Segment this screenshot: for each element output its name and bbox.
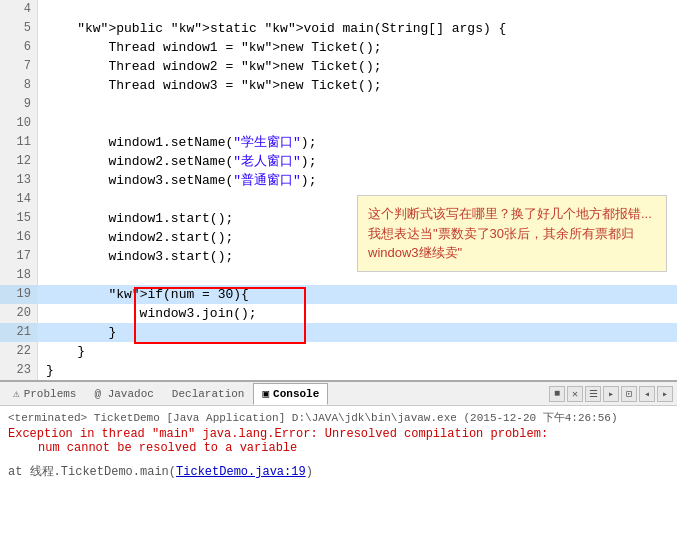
line-number-18: 18 xyxy=(0,266,37,285)
line-number-12: 12 xyxy=(0,152,37,171)
line-number-9: 9 xyxy=(0,95,37,114)
tab-icon-0: ⚠ xyxy=(13,387,20,400)
console-stack-link[interactable]: TicketDemo.java:19 xyxy=(176,465,306,479)
console-error-line2: num cannot be resolved to a variable xyxy=(8,441,669,455)
callout-bubble: 这个判断式该写在哪里？换了好几个地方都报错...我想表达当"票数卖了30张后，其… xyxy=(357,195,667,272)
expand-btn[interactable]: ✕ xyxy=(567,386,583,402)
tab-label-3: Console xyxy=(273,388,319,400)
code-line-9 xyxy=(38,95,677,114)
line-number-23: 23 xyxy=(0,361,37,380)
console-stack-suffix: ) xyxy=(306,465,313,479)
line-number-6: 6 xyxy=(0,38,37,57)
tab-label-2: Declaration xyxy=(172,388,245,400)
tab-bar: ⚠Problems@ JavadocDeclaration▣Console ■ … xyxy=(0,382,677,406)
line-number-22: 22 xyxy=(0,342,37,361)
pin-btn[interactable]: ☰ xyxy=(585,386,601,402)
code-line-20: window3.join(); xyxy=(38,304,677,323)
line-number-13: 13 xyxy=(0,171,37,190)
tab-icon-3: ▣ xyxy=(262,387,269,400)
console-body: <terminated> TicketDemo [Java Applicatio… xyxy=(0,406,677,545)
line-number-14: 14 xyxy=(0,190,37,209)
callout-text: 这个判断式该写在哪里？换了好几个地方都报错...我想表达当"票数卖了30张后，其… xyxy=(368,206,652,260)
tab-label-1: @ Javadoc xyxy=(94,388,153,400)
code-line-13: window3.setName("普通窗口"); xyxy=(38,171,677,190)
bottom-panel: ⚠Problems@ JavadocDeclaration▣Console ■ … xyxy=(0,380,677,545)
console-terminated: <terminated> TicketDemo [Java Applicatio… xyxy=(8,410,669,425)
editor-area: 45678910111213141516171819202122232425 "… xyxy=(0,0,677,380)
minimize-btn[interactable]: ■ xyxy=(549,386,565,402)
code-line-4 xyxy=(38,0,677,19)
tab-label-0: Problems xyxy=(24,388,77,400)
code-line-23: } xyxy=(38,361,677,380)
code-line-19: "kw">if(num = 30){ xyxy=(38,285,677,304)
tab-controls: ■ ✕ ☰ ▸ ⊡ ◂ ▸ xyxy=(549,386,673,402)
code-container: 45678910111213141516171819202122232425 "… xyxy=(0,0,677,380)
code-line-12: window2.setName("老人窗口"); xyxy=(38,152,677,171)
line-number-21: 21 xyxy=(0,323,37,342)
line-number-20: 20 xyxy=(0,304,37,323)
code-line-21: } xyxy=(38,323,677,342)
line-number-5: 5 xyxy=(0,19,37,38)
code-line-11: window1.setName("学生窗口"); xyxy=(38,133,677,152)
line-number-15: 15 xyxy=(0,209,37,228)
code-line-6: Thread window1 = "kw">new Ticket(); xyxy=(38,38,677,57)
tab-javadoc[interactable]: @ Javadoc xyxy=(85,383,162,405)
console-error-line1: Exception in thread "main" java.lang.Err… xyxy=(8,427,669,441)
code-line-5: "kw">public "kw">static "kw">void main(S… xyxy=(38,19,677,38)
code-line-22: } xyxy=(38,342,677,361)
tab-console[interactable]: ▣Console xyxy=(253,383,328,405)
code-line-10 xyxy=(38,114,677,133)
close-btn[interactable]: ⊡ xyxy=(621,386,637,402)
console-stack-prefix: at 线程.TicketDemo.main( xyxy=(8,465,176,479)
more-btn[interactable]: ▸ xyxy=(603,386,619,402)
tab-problems[interactable]: ⚠Problems xyxy=(4,383,85,405)
console-stack-line: at 线程.TicketDemo.main(TicketDemo.java:19… xyxy=(8,463,669,480)
line-number-11: 11 xyxy=(0,133,37,152)
line-number-10: 10 xyxy=(0,114,37,133)
scroll-right-btn[interactable]: ▸ xyxy=(657,386,673,402)
tab-declaration[interactable]: Declaration xyxy=(163,383,254,405)
line-number-7: 7 xyxy=(0,57,37,76)
code-content[interactable]: "kw">public "kw">static "kw">void main(S… xyxy=(38,0,677,380)
line-number-16: 16 xyxy=(0,228,37,247)
code-line-7: Thread window2 = "kw">new Ticket(); xyxy=(38,57,677,76)
line-numbers: 45678910111213141516171819202122232425 xyxy=(0,0,38,380)
line-number-17: 17 xyxy=(0,247,37,266)
code-line-8: Thread window3 = "kw">new Ticket(); xyxy=(38,76,677,95)
line-number-8: 8 xyxy=(0,76,37,95)
line-number-19: 19 xyxy=(0,285,37,304)
scroll-left-btn[interactable]: ◂ xyxy=(639,386,655,402)
line-number-4: 4 xyxy=(0,0,37,19)
